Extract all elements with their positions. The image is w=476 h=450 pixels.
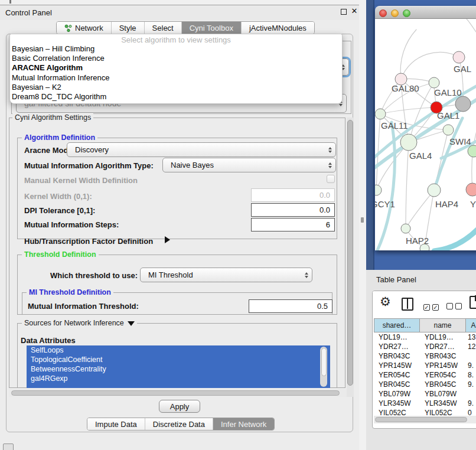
scrollbar-thumb[interactable] [375,417,467,422]
network-edge[interactable] [400,30,416,79]
data-attribute-item[interactable]: TopologicalCoefficient [27,355,330,364]
table-row[interactable]: YBL079WYBL079W [374,389,476,399]
network-node[interactable] [455,96,471,112]
tab-select[interactable]: Select [145,22,182,34]
network-window-titlebar[interactable] [375,6,476,19]
close-traffic-icon[interactable] [379,9,387,17]
tab-label: Impute Data [95,420,137,429]
network-node-gal4[interactable] [400,134,417,151]
float-panel-icon[interactable] [341,9,347,15]
splitter-handle-icon[interactable] [361,217,364,223]
mi-type-combobox[interactable]: Naive Bayes [162,158,336,172]
network-node-gcy1[interactable] [375,185,382,195]
minimize-traffic-icon[interactable] [391,9,399,17]
which-threshold-combobox[interactable]: MI Threshold [140,268,312,282]
stepper-icon [305,268,308,282]
algorithm-option[interactable]: ARACNE Algorithm [10,63,342,73]
dpi-tolerance-field[interactable]: 0.0 [251,203,335,217]
settings-vertical-scrollbar[interactable] [347,118,354,397]
panel-splitter[interactable] [359,0,366,450]
tab-label: Network [75,24,103,32]
tab-infer-network[interactable]: Infer Network [213,418,274,430]
tab-label: Infer Network [221,420,266,429]
data-attributes-list[interactable]: SelfLoopsTopologicalCoefficientBetweenne… [27,345,330,388]
network-edge[interactable] [406,190,434,229]
apply-button[interactable]: Apply [159,400,200,413]
table-cell: 9. [466,361,476,370]
mi-threshold-field[interactable]: 0.5 [249,299,332,313]
network-node-gal[interactable] [453,51,465,63]
algorithm-option[interactable]: Bayesian – Hill Climbing [10,44,342,54]
network-node-swi4[interactable] [443,125,454,135]
network-node-label: Y [470,199,476,209]
table-row[interactable]: YBR043CYBR043C [374,351,476,361]
document-icon[interactable] [470,296,476,309]
zoom-traffic-icon[interactable] [403,9,410,17]
collapse-arrow-icon[interactable] [128,321,135,326]
network-edge[interactable] [406,142,409,229]
algorithm-option[interactable]: Dream8 DC_TDC Algorithm [10,92,342,102]
gear-icon[interactable]: ⚙ [380,295,391,309]
network-node-label: GAL11 [381,120,408,131]
close-icon[interactable]: ✕ [350,6,358,16]
table-horizontal-scrollbar[interactable] [374,416,476,423]
tab-jactivemnodules[interactable]: jActiveMNodules [242,22,314,34]
bottom-tabbar: Impute DataDiscretize DataInfer Network [87,418,275,431]
table-row[interactable]: YBR045CYBR045C9. [374,380,476,389]
algorithm-option[interactable]: Bayesian – K2 [10,83,342,92]
table-cell: 9. [466,380,476,389]
algorithm-option[interactable]: Basic Correlation Inference [10,54,342,63]
tab-style[interactable]: Style [112,22,145,34]
algorithm-option[interactable]: Mutual Information Inference [10,73,342,83]
network-edge[interactable] [434,229,476,250]
manual-kernel-checkbox[interactable] [327,175,335,183]
network-edge[interactable] [467,19,476,32]
scrollbar-thumb[interactable] [11,390,340,396]
table-row[interactable]: YPR145WYPR145W9. [374,361,476,370]
table-row[interactable]: YLR345WYLR345W9. [374,399,476,408]
deselect-all-icon[interactable] [446,302,464,311]
table-row[interactable]: YER054CYER054C8. [374,370,476,380]
kernel-width-field[interactable]: 0.0 [251,188,335,202]
column-header[interactable]: name [420,318,466,332]
column-header[interactable]: A [466,318,476,332]
network-node[interactable] [468,145,476,157]
split-columns-icon[interactable] [402,298,413,311]
network-edge[interactable] [401,52,459,79]
network-canvas[interactable]: GALGAL80GAL10GAL1GAL11SWI4GAL4GCY1HAP4YH… [375,19,476,250]
table-row[interactable]: YDR27…YDR27…12 [374,342,476,351]
cyni-settings-title: Cyni Algorithm Settings [12,113,93,122]
data-attribute-item[interactable]: gal4RGexp [27,374,330,383]
aracne-mode-combobox[interactable]: Discovery [67,142,336,157]
settings-horizontal-scrollbar[interactable] [9,389,347,397]
mi-steps-field[interactable]: 6 [251,218,335,231]
data-attribute-item[interactable]: SelfLoops [27,345,330,355]
sources-title[interactable]: Sources for Network Inference [22,319,137,327]
data-attribute-item[interactable]: BetweennessCentrality [27,364,330,374]
network-node-gal11[interactable] [375,109,386,119]
tab-network[interactable]: Network [57,22,112,34]
network-node-hap4[interactable] [428,184,441,197]
table-cell [466,351,476,361]
network-edge[interactable] [472,125,476,190]
scrollbar-thumb[interactable] [321,348,327,376]
network-node-hap2[interactable] [401,224,410,233]
scrollbar-thumb[interactable] [347,120,353,386]
table-cell: YDR27… [374,342,420,351]
network-node-y[interactable] [466,183,476,196]
list-vertical-scrollbar[interactable] [320,347,327,387]
network-window: GALGAL80GAL10GAL1GAL11SWI4GAL4GCY1HAP4YH… [375,6,476,250]
expand-arrow-icon[interactable] [165,236,170,243]
tab-cyni-toolbox[interactable]: Cyni Toolbox [182,22,242,34]
table-row[interactable]: YDL19…YDL19…13 [374,332,476,342]
control-panel-title: Control Panel [5,8,52,17]
tab-discretize-data[interactable]: Discretize Data [145,418,213,430]
network-edge[interactable] [380,107,436,114]
hub-definition-label[interactable]: Hub/Transcription Factor Definition [24,237,153,246]
network-node-gal10[interactable] [429,77,439,88]
select-all-icon[interactable]: ✓✓ [423,302,441,311]
algorithm-popup: Select algorithm to view settings Bayesi… [9,34,343,104]
tab-impute-data[interactable]: Impute Data [87,418,145,430]
column-header[interactable]: shared… [374,318,420,332]
panel-corner-icon[interactable] [3,444,14,450]
